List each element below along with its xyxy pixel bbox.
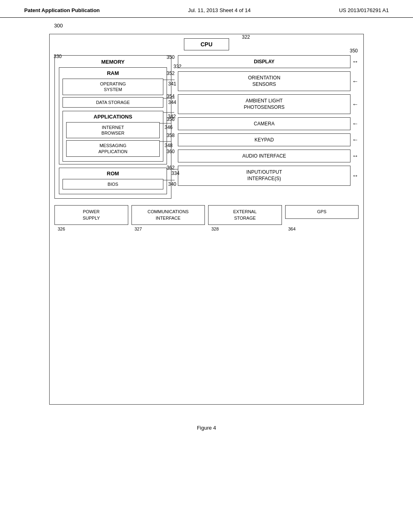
- ram-title: RAM: [63, 70, 163, 76]
- line-341: [163, 79, 176, 80]
- label-352-ref: 352: [167, 71, 175, 76]
- audio-box: AUDIO INTERFACE: [178, 150, 350, 162]
- label-344: 344: [168, 100, 176, 105]
- cpu-ref: 322: [242, 34, 250, 40]
- page-header: Patent Application Publication Jul. 11, …: [0, 0, 413, 18]
- power-supply-box: POWERSUPPLY: [54, 205, 128, 225]
- label-328: 328: [211, 227, 219, 231]
- ambient-row: 354 AMBIENT LIGHTPHOTOSENSORS ←: [178, 94, 359, 114]
- browser-row: INTERNETBROWSER 346: [66, 122, 160, 139]
- orientation-row: 352 ORIENTATIONSENSORS ←: [178, 71, 359, 91]
- cpu-row: CPU 322: [54, 38, 359, 50]
- label-327: 327: [135, 227, 142, 231]
- label-326: 326: [58, 227, 65, 231]
- main-content: 300 CPU 322 330: [0, 18, 413, 447]
- applications-title: APPLICATIONS: [66, 114, 160, 120]
- ram-box: RAM OPERATINGSYSTEM 341: [59, 67, 167, 164]
- applications-box: 342 APPLICATIONS INTERNETBROWSER 346: [63, 111, 163, 162]
- power-supply-container: POWERSUPPLY 326: [54, 205, 128, 225]
- display-box: DISPLAY: [178, 55, 350, 68]
- line-346: [160, 123, 173, 124]
- comms-container: COMMUNICATIONSINTERFACE 327: [131, 205, 205, 225]
- rom-title: ROM: [63, 170, 163, 177]
- line-348: [160, 141, 173, 142]
- gps-box: GPS: [285, 205, 359, 218]
- orientation-box: ORIENTATIONSENSORS: [178, 71, 350, 91]
- ambient-box: AMBIENT LIGHTPHOTOSENSORS: [178, 94, 350, 114]
- header-date-sheet: Jul. 11, 2013 Sheet 4 of 14: [188, 7, 250, 13]
- keypad-row: 358 KEYPAD ←: [178, 133, 359, 146]
- io-box: INPUT/OUTPUTINTERFACE(S): [178, 166, 350, 185]
- bios-box: BIOS: [63, 179, 163, 189]
- label-300: 300: [54, 23, 63, 29]
- bios-row: BIOS 340: [63, 179, 163, 189]
- memory-box: 332 MEMORY RAM OPERATINGSYSTEM 341: [54, 55, 171, 199]
- outer-system-box: CPU 322 330 332 MEMORY: [49, 34, 364, 405]
- camera-arrow: ←: [352, 120, 359, 127]
- io-arrow: ↔: [352, 172, 359, 179]
- line-340: [163, 180, 176, 181]
- io-row: 362 INPUT/OUTPUTINTERFACE(S) ↔: [178, 166, 359, 185]
- memory-section: 330 332 MEMORY RAM OPERATINGSYSTEM: [54, 55, 171, 199]
- external-storage-container: EXTERNALSTORAGE 328: [208, 205, 282, 225]
- bottom-row: POWERSUPPLY 326 COMMUNICATIONSINTERFACE …: [54, 205, 359, 225]
- label-348: 348: [165, 143, 173, 148]
- external-storage-box: EXTERNALSTORAGE: [208, 205, 282, 225]
- datastorage-row: DATA STORAGE 344: [63, 97, 163, 108]
- line-342: [163, 112, 176, 113]
- audio-arrow: ↔: [352, 152, 359, 160]
- gps-container: GPS 364: [285, 205, 359, 225]
- label-360-ref: 360: [167, 149, 175, 154]
- label-354-ref: 354: [167, 94, 175, 99]
- label-362-ref: 362: [167, 165, 175, 170]
- camera-row: 356 CAMERA ←: [178, 117, 359, 130]
- applications-section: 342 APPLICATIONS INTERNETBROWSER 346: [63, 111, 163, 162]
- label-358-ref: 358: [167, 133, 175, 138]
- diagram-wrapper: 300 CPU 322 330: [49, 34, 364, 405]
- header-patent-number: US 2013/0176291 A1: [339, 7, 389, 13]
- label-340: 340: [168, 181, 176, 187]
- cpu-container: CPU 322: [184, 38, 229, 50]
- ambient-arrow: ←: [352, 101, 359, 108]
- rom-box: 334 ROM BIOS 340: [59, 168, 167, 194]
- browser-box: INTERNETBROWSER: [66, 122, 160, 139]
- display-row: 350 DISPLAY ↔: [178, 55, 359, 68]
- main-cols: 330 332 MEMORY RAM OPERATINGSYSTEM: [54, 55, 359, 199]
- header-publication-type: Patent Application Publication: [24, 7, 100, 13]
- messaging-box: MESSAGINGAPPLICATION: [66, 140, 160, 157]
- label-350-ref: 350: [167, 54, 175, 60]
- audio-row: 360 AUDIO INTERFACE ↔: [178, 150, 359, 162]
- label-350-group: 350: [350, 48, 358, 54]
- messaging-row: MESSAGINGAPPLICATION 348: [66, 140, 160, 157]
- label-346: 346: [165, 125, 173, 130]
- keypad-box: KEYPAD: [178, 133, 350, 146]
- memory-title: MEMORY: [59, 59, 167, 65]
- cpu-box: CPU: [184, 38, 229, 50]
- os-row: OPERATINGSYSTEM 341: [63, 79, 163, 95]
- figure-label: Figure 4: [197, 425, 216, 431]
- comms-box: COMMUNICATIONSINTERFACE: [131, 205, 205, 225]
- keypad-arrow: ←: [352, 136, 359, 143]
- orientation-arrow: ←: [352, 78, 359, 85]
- display-arrow: ↔: [352, 58, 359, 65]
- os-box: OPERATINGSYSTEM: [63, 79, 163, 95]
- label-356-ref: 356: [167, 116, 175, 122]
- label-364: 364: [288, 227, 296, 231]
- cpu-label: CPU: [200, 41, 213, 48]
- camera-box: CAMERA: [178, 117, 350, 130]
- datastorage-box: DATA STORAGE: [63, 97, 163, 108]
- devices-column: 350 350 DISPLAY ↔ 352 ORIENTATIONSENSORS…: [178, 55, 359, 199]
- label-341: 341: [168, 81, 176, 87]
